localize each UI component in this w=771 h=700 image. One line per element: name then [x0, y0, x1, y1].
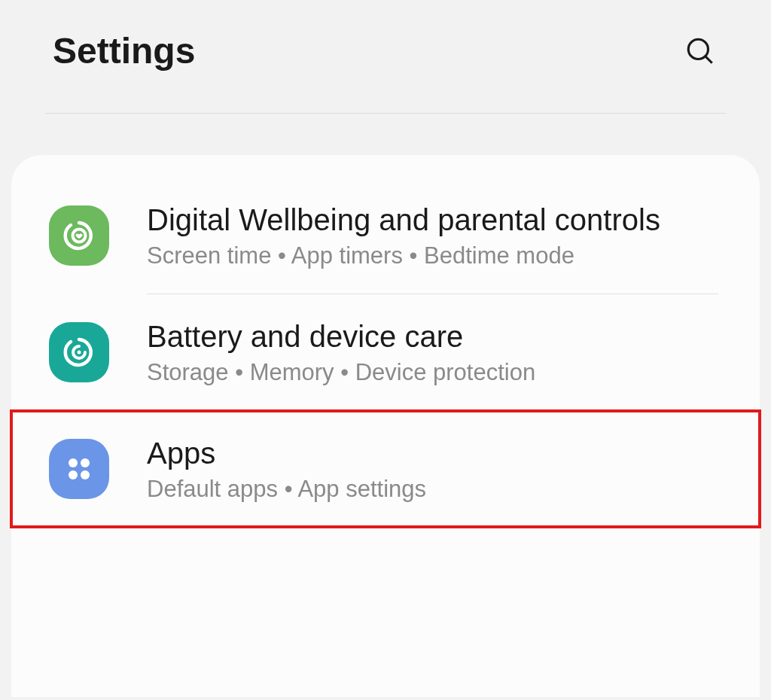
settings-item-text: Battery and device care Storage • Memory…: [147, 318, 726, 386]
settings-item-subtitle: Screen time • App timers • Bedtime mode: [147, 242, 726, 269]
wellbeing-icon: [49, 205, 109, 266]
svg-point-4: [69, 458, 78, 467]
header-divider: [45, 113, 726, 114]
settings-item-device-care[interactable]: Battery and device care Storage • Memory…: [11, 294, 760, 410]
settings-item-apps[interactable]: Apps Default apps • App settings: [11, 411, 760, 527]
settings-item-title: Digital Wellbeing and parental controls: [147, 202, 726, 238]
svg-point-6: [69, 470, 78, 479]
svg-point-5: [81, 458, 90, 467]
settings-item-title: Apps: [147, 435, 726, 471]
settings-item-wellbeing[interactable]: Digital Wellbeing and parental controls …: [11, 178, 760, 294]
settings-item-subtitle: Storage • Memory • Device protection: [147, 359, 726, 386]
search-button[interactable]: [682, 33, 718, 69]
svg-point-0: [688, 39, 708, 59]
page-title: Settings: [53, 30, 195, 72]
settings-item-title: Battery and device care: [147, 318, 726, 355]
settings-header: Settings: [0, 0, 771, 94]
device-care-icon: [49, 322, 109, 382]
svg-point-3: [78, 351, 81, 355]
settings-item-subtitle: Default apps • App settings: [147, 476, 726, 503]
apps-icon: [49, 439, 109, 499]
settings-item-text: Apps Default apps • App settings: [147, 435, 726, 503]
settings-item-text: Digital Wellbeing and parental controls …: [147, 202, 726, 269]
settings-list-card: Digital Wellbeing and parental controls …: [11, 155, 760, 697]
svg-line-1: [705, 56, 712, 63]
svg-point-7: [81, 470, 90, 479]
search-icon: [684, 35, 716, 67]
